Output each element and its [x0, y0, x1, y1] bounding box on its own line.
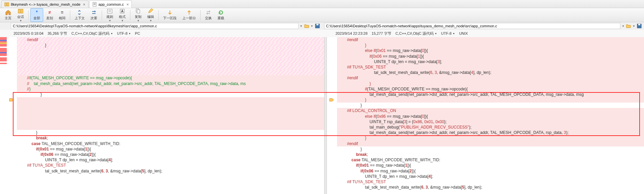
- info-lang[interactable]: C,C++,C#,ObjC 源代码▼: [71, 31, 113, 36]
- path-input-right[interactable]: [324, 23, 621, 29]
- svg-text:A: A: [121, 9, 124, 13]
- tab-file[interactable]: app_common.c ×: [89, 0, 132, 8]
- toolbar-label: 主页: [5, 16, 11, 21]
- code-text: #endif: [347, 37, 358, 42]
- info-right: 2023/9/14 22:23:28 15,277 字节 C,C++,C#,Ob…: [322, 30, 644, 37]
- code-text: #if TUYA_SDK_TEST: [347, 65, 386, 70]
- chevron-down-icon: ▼: [137, 19, 140, 22]
- chevron-down-icon: ▼: [20, 19, 22, 22]
- toolbar-label: 次要: [91, 16, 97, 21]
- separator: [102, 10, 102, 20]
- code-text: #endif: [347, 76, 358, 80]
- toolbar: 主页 会话▼ *全部 ≠差别 =相同 上下文 次要 规则▼ A格式▼ 复制▼ 编…: [0, 8, 644, 22]
- folder-open-icon[interactable]: [304, 23, 309, 29]
- svg-rect-14: [316, 24, 318, 25]
- info-lang[interactable]: C,C++,C#,ObjC 源代码▼: [395, 31, 437, 36]
- info-date: 2023/9/14 22:23:28: [336, 31, 368, 35]
- info-eol: UNIX: [459, 31, 468, 35]
- svg-rect-4: [21, 9, 23, 13]
- svg-text:≠: ≠: [48, 10, 51, 15]
- toolbar-label: 相同: [59, 16, 66, 21]
- pane-divider[interactable]: [324, 37, 327, 194]
- tab-compare[interactable]: 8keymesh <--> tuyaos_demo_mesh_node ×: [1, 0, 88, 8]
- next-icon: [91, 9, 97, 16]
- folder-open-icon[interactable]: [626, 23, 631, 29]
- svg-rect-3: [18, 9, 20, 13]
- path-input-left[interactable]: [11, 23, 299, 29]
- save-icon[interactable]: [315, 23, 320, 29]
- separator: [70, 10, 70, 20]
- info-left: 2023/9/25 0:18:04 35,266 字节 C,C++,C#,Obj…: [0, 30, 322, 37]
- path-right: ▼ ▼: [322, 22, 644, 30]
- edit-button[interactable]: 编辑▼: [145, 7, 157, 23]
- minimap-marks[interactable]: [0, 37, 7, 194]
- code-text: }: [347, 136, 366, 140]
- chevron-down-icon[interactable]: ▼: [300, 25, 303, 28]
- same-icon: =: [59, 9, 65, 16]
- info-date: 2023/9/25 0:18:04: [14, 31, 44, 35]
- code-text: #if TUYA_SDK_TEST: [27, 163, 66, 168]
- code-text: }: [27, 43, 46, 48]
- code-text: #if LOCAL_CONTROL_ON: [347, 108, 396, 113]
- code-text: tal_mesh_data_send(net_param->dst_addr, …: [29, 81, 246, 86]
- chevron-down-icon[interactable]: ▼: [311, 25, 313, 28]
- format-icon: A: [119, 8, 125, 14]
- chevron-down-icon: ▼: [109, 19, 111, 22]
- reload-button[interactable]: 重载: [215, 8, 227, 22]
- toolbar-label: 上下文: [75, 16, 85, 21]
- svg-rect-1: [7, 3, 9, 6]
- svg-rect-16: [638, 24, 640, 25]
- svg-text:*: *: [36, 9, 38, 15]
- arrows-icon: [77, 9, 83, 16]
- chevron-down-icon[interactable]: ▼: [622, 25, 624, 28]
- code-text: #endif: [347, 141, 358, 146]
- separator: [28, 10, 29, 20]
- info-size: 15,277 字节: [371, 31, 391, 36]
- rules-button[interactable]: 规则▼: [104, 7, 116, 23]
- rules-icon: [107, 8, 113, 14]
- svg-text:=: =: [61, 10, 63, 15]
- context-button[interactable]: 上下文: [72, 8, 87, 22]
- svg-rect-8: [107, 9, 112, 13]
- toolbar-label: 会话: [17, 15, 24, 19]
- pencil-icon: [148, 8, 154, 14]
- copy-icon: [135, 8, 141, 14]
- prevsection-button[interactable]: 上一部分: [180, 8, 199, 22]
- session-button[interactable]: 会话▼: [15, 7, 27, 23]
- diff-arrow-icon[interactable]: [328, 97, 335, 103]
- tab-label: app_common.c: [99, 2, 124, 6]
- file-icon: [92, 2, 97, 7]
- editor-pane-left[interactable]: #endif } //if(TAL_MESH_OPCODE_WRITE == m…: [7, 37, 324, 194]
- close-icon[interactable]: ×: [127, 2, 129, 6]
- toolbar-label: 交换: [205, 16, 212, 21]
- code-text: }: [347, 103, 362, 108]
- home-button[interactable]: 主页: [2, 8, 14, 22]
- code-content-left: #endif } //if(TAL_MESH_OPCODE_WRITE == m…: [17, 37, 324, 174]
- down-arrow-icon: [167, 9, 173, 16]
- info-size: 35,266 字节: [48, 31, 68, 36]
- save-icon[interactable]: [637, 23, 642, 29]
- toolbar-label: 重载: [217, 16, 224, 21]
- nextsection-button[interactable]: 下一区段: [160, 8, 179, 22]
- editor-pane-right[interactable]: #endif } else if(0x01 == msg_raw->data[0…: [327, 37, 644, 194]
- code-text: }: [347, 81, 371, 86]
- chevron-down-icon: ▼: [121, 19, 124, 22]
- same-button[interactable]: =相同: [56, 8, 68, 22]
- chevron-down-icon: ▼: [150, 19, 152, 22]
- compare-icon: [4, 2, 9, 7]
- copy-button[interactable]: 复制▼: [132, 7, 144, 23]
- swap-button[interactable]: 交换: [202, 8, 214, 22]
- close-icon[interactable]: ×: [83, 2, 85, 6]
- info-encoding[interactable]: UTF-8▼: [441, 31, 455, 35]
- separator: [158, 10, 159, 20]
- code-text: if(TAL_MESH_OPCODE_WRITE == msg_raw->opc…: [29, 76, 132, 80]
- info-encoding[interactable]: UTF-8▼: [117, 31, 131, 35]
- path-left: ▼ ▼: [0, 22, 322, 30]
- format-button[interactable]: A格式▼: [116, 7, 128, 23]
- chevron-down-icon[interactable]: ▼: [633, 25, 635, 28]
- next-button[interactable]: 次要: [88, 8, 100, 22]
- diff-arrow-icon[interactable]: [8, 97, 15, 103]
- toolbar-label: 规则: [106, 15, 113, 19]
- diff-button[interactable]: ≠差别: [44, 8, 56, 22]
- all-button[interactable]: *全部: [30, 8, 43, 22]
